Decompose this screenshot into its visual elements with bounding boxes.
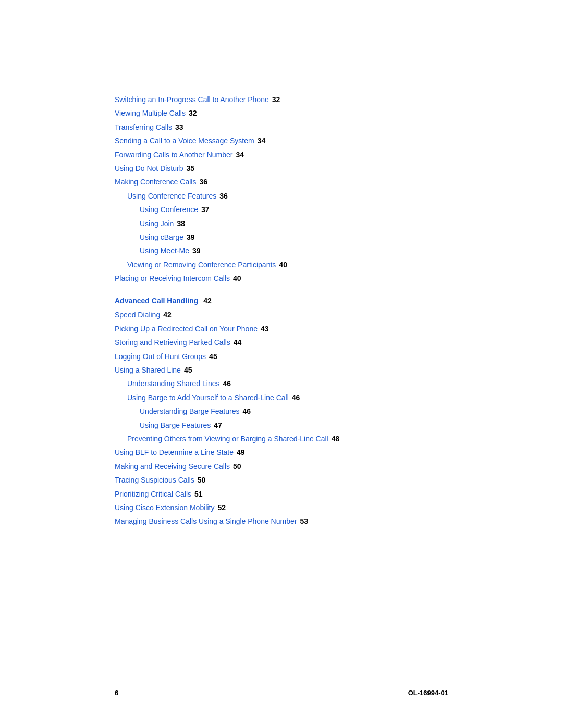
page-container: Switching an In-Progress Call to Another… — [0, 0, 563, 728]
toc-section-advanced: Speed Dialing 42 Picking Up a Redirected… — [115, 309, 448, 527]
list-item: Forwarding Calls to Another Number 34 — [115, 149, 448, 161]
list-item: Understanding Barge Features 46 — [140, 405, 448, 417]
page-number: 39 — [187, 231, 195, 243]
page-number: 33 — [175, 121, 183, 133]
section-heading-advanced: Advanced Call Handling 42 — [115, 297, 448, 305]
page-number: 45 — [184, 364, 192, 376]
list-item: Using Barge to Add Yourself to a Shared-… — [127, 392, 448, 403]
toc-link-forwarding[interactable]: Forwarding Calls to Another Number — [115, 149, 232, 161]
page-number: 51 — [194, 488, 203, 500]
toc-link-switching[interactable]: Switching an In-Progress Call to Another… — [115, 94, 269, 105]
toc-link-using-blf[interactable]: Using BLF to Determine a Line State — [115, 447, 234, 458]
page-number: 38 — [177, 218, 185, 229]
list-item: Speed Dialing 42 — [115, 309, 448, 320]
toc-link-logging-out[interactable]: Logging Out of Hunt Groups — [115, 351, 206, 362]
toc-link-viewing-multiple[interactable]: Viewing Multiple Calls — [115, 107, 186, 119]
list-item: Placing or Receiving Intercom Calls 40 — [115, 273, 448, 284]
page-number: 34 — [258, 135, 266, 146]
page-number: 49 — [237, 447, 245, 458]
list-item: Using Conference Features 36 — [127, 190, 448, 202]
list-item: Using Conference 37 — [140, 204, 448, 215]
toc-link-using-barge-features[interactable]: Using Barge Features — [140, 419, 211, 431]
footer-doc-number: OL-16994-01 — [408, 689, 448, 697]
toc-link-making-conference[interactable]: Making Conference Calls — [115, 176, 196, 188]
toc-link-picking-up[interactable]: Picking Up a Redirected Call on Your Pho… — [115, 323, 258, 335]
page-number: 37 — [201, 204, 210, 215]
page-number: 44 — [234, 337, 242, 348]
toc-link-do-not-disturb[interactable]: Using Do Not Disturb — [115, 163, 183, 174]
page-number: 32 — [189, 107, 197, 119]
list-item: Picking Up a Redirected Call on Your Pho… — [115, 323, 448, 335]
page-number: 46 — [223, 378, 231, 389]
page-number: 46 — [292, 392, 300, 403]
list-item: Using BLF to Determine a Line State 49 — [115, 447, 448, 458]
toc-link-transferring[interactable]: Transferring Calls — [115, 121, 172, 133]
list-item: Storing and Retrieving Parked Calls 44 — [115, 337, 448, 348]
list-item: Managing Business Calls Using a Single P… — [115, 515, 448, 527]
page-number: 40 — [233, 273, 241, 284]
page-number: 35 — [187, 163, 195, 174]
page-number: 47 — [214, 419, 222, 431]
list-item: Using Cisco Extension Mobility 52 — [115, 502, 448, 513]
toc-link-understanding-shared[interactable]: Understanding Shared Lines — [127, 378, 219, 389]
toc-link-viewing-removing[interactable]: Viewing or Removing Conference Participa… — [127, 259, 276, 270]
toc-link-sending-voice[interactable]: Sending a Call to a Voice Message System — [115, 135, 254, 146]
list-item: Making Conference Calls 36 — [115, 176, 448, 188]
footer-page-number: 6 — [115, 689, 118, 697]
toc-link-tracing-suspicious[interactable]: Tracing Suspicious Calls — [115, 474, 194, 486]
toc-link-understanding-barge[interactable]: Understanding Barge Features — [140, 405, 239, 417]
toc-link-using-cbarge[interactable]: Using cBarge — [140, 231, 183, 243]
page-number: 43 — [261, 323, 269, 335]
list-item: Viewing or Removing Conference Participa… — [127, 259, 448, 270]
toc-link-using-shared-line[interactable]: Using a Shared Line — [115, 364, 181, 376]
toc-link-managing-business[interactable]: Managing Business Calls Using a Single P… — [115, 515, 297, 527]
list-item: Switching an In-Progress Call to Another… — [115, 94, 448, 105]
page-number: 50 — [233, 461, 241, 472]
page-number: 45 — [209, 351, 217, 362]
page-number: 48 — [332, 433, 340, 445]
page-number: 50 — [198, 474, 206, 486]
page-number: 42 — [203, 297, 212, 305]
page-number: 39 — [192, 245, 201, 256]
page-number: 34 — [236, 149, 244, 161]
page-number: 40 — [279, 259, 287, 270]
list-item: Transferring Calls 33 — [115, 121, 448, 133]
list-item: Using cBarge 39 — [140, 231, 448, 243]
page-number: 46 — [242, 405, 251, 417]
list-item: Logging Out of Hunt Groups 45 — [115, 351, 448, 362]
toc-link-storing-retrieving[interactable]: Storing and Retrieving Parked Calls — [115, 337, 230, 348]
list-item: Using Barge Features 47 — [140, 419, 448, 431]
page-number: 42 — [163, 309, 172, 320]
page-number: 32 — [272, 94, 280, 105]
list-item: Using a Shared Line 45 — [115, 364, 448, 376]
list-item: Making and Receiving Secure Calls 50 — [115, 461, 448, 472]
toc-link-using-cisco[interactable]: Using Cisco Extension Mobility — [115, 502, 214, 513]
page-number: 52 — [217, 502, 226, 513]
list-item: Using Meet-Me 39 — [140, 245, 448, 256]
toc-section-main: Switching an In-Progress Call to Another… — [115, 94, 448, 284]
page-number: 36 — [219, 190, 228, 202]
toc-link-making-secure[interactable]: Making and Receiving Secure Calls — [115, 461, 230, 472]
list-item: Tracing Suspicious Calls 50 — [115, 474, 448, 486]
list-item: Using Join 38 — [140, 218, 448, 229]
toc-link-using-conference-features[interactable]: Using Conference Features — [127, 190, 216, 202]
page-number: 53 — [300, 515, 308, 527]
list-item: Prioritizing Critical Calls 51 — [115, 488, 448, 500]
list-item: Sending a Call to a Voice Message System… — [115, 135, 448, 146]
list-item: Using Do Not Disturb 35 — [115, 163, 448, 174]
toc-link-using-barge-add[interactable]: Using Barge to Add Yourself to a Shared-… — [127, 392, 289, 403]
toc-link-speed-dialing[interactable]: Speed Dialing — [115, 309, 160, 320]
toc-link-using-meetme[interactable]: Using Meet-Me — [140, 245, 189, 256]
list-item: Understanding Shared Lines 46 — [127, 378, 448, 389]
toc-link-prioritizing[interactable]: Prioritizing Critical Calls — [115, 488, 191, 500]
toc-link-using-join[interactable]: Using Join — [140, 218, 174, 229]
toc-link-preventing-others[interactable]: Preventing Others from Viewing or Bargin… — [127, 433, 328, 445]
list-item: Preventing Others from Viewing or Bargin… — [127, 433, 448, 445]
toc-link-advanced-heading[interactable]: Advanced Call Handling — [115, 297, 198, 305]
list-item: Viewing Multiple Calls 32 — [115, 107, 448, 119]
toc-link-using-conference[interactable]: Using Conference — [140, 204, 198, 215]
page-number: 36 — [199, 176, 207, 188]
toc-link-placing-intercom[interactable]: Placing or Receiving Intercom Calls — [115, 273, 230, 284]
page-footer: 6 OL-16994-01 — [115, 689, 448, 697]
